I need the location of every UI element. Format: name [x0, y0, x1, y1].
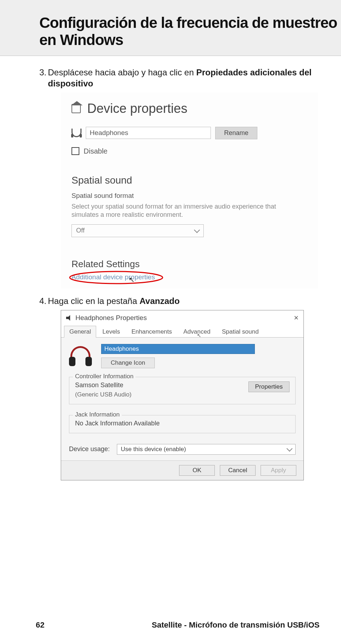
dialog-tabs: General Levels Enhancements Advanced ↖ S… [61, 325, 303, 338]
spatial-sound-select[interactable]: Off [71, 224, 204, 237]
device-properties-title: Device properties [87, 101, 187, 116]
home-icon[interactable] [71, 104, 81, 113]
page-title: Configuración de la frecuencia de muestr… [39, 14, 341, 49]
step-4: 4.Haga clic en la pestaña Avanzado [36, 295, 323, 306]
spatial-sound-subheading: Spatial sound format [71, 192, 307, 200]
device-usage-select[interactable]: Use this device (enable) [117, 444, 296, 455]
controller-information-group: Controller Information Samson Satellite … [69, 377, 296, 404]
spatial-sound-description: Select your spatial sound format for an … [71, 203, 300, 219]
close-button[interactable]: × [294, 313, 298, 323]
dialog-titlebar: Headphones Properties × [61, 310, 303, 325]
step-4-number: 4. [36, 295, 46, 306]
controller-name: Samson Satellite [75, 381, 132, 389]
related-settings-heading: Related Settings [71, 259, 307, 270]
cancel-button[interactable]: Cancel [220, 465, 256, 476]
device-usage-label: Device usage: [69, 445, 110, 453]
tab-enhancements[interactable]: Enhancements [126, 326, 177, 338]
tab-levels[interactable]: Levels [97, 326, 125, 338]
controller-properties-button[interactable]: Properties [248, 381, 290, 392]
page-header: Configuración de la frecuencia de muestr… [0, 0, 341, 56]
ok-button[interactable]: OK [179, 465, 215, 476]
footer-text: Satellite - Micrófono de transmisión USB… [152, 620, 320, 630]
change-icon-button[interactable]: Change Icon [101, 358, 155, 368]
additional-device-properties-link-wrap: Additional device properties ↖ [71, 273, 155, 281]
jack-information-legend: Jack Information [73, 411, 122, 418]
page-content: 3.Desplácese hacia abajo y haga clic en … [0, 56, 341, 480]
rename-button[interactable]: Rename [215, 127, 257, 139]
disable-label: Disable [84, 147, 108, 155]
dialog-title: Headphones Properties [75, 314, 147, 322]
dialog-button-row: OK Cancel Apply [61, 460, 303, 480]
step-3-text: 3.Desplácese hacia abajo y haga clic en … [36, 67, 323, 89]
device-name-input[interactable] [86, 127, 211, 139]
dialog-panel: Headphones Change Icon Controller Inform… [61, 338, 303, 460]
tab-general[interactable]: General [64, 326, 96, 338]
jack-information-text: No Jack Information Available [75, 420, 290, 427]
svg-point-0 [70, 271, 163, 284]
controller-information-legend: Controller Information [73, 373, 135, 380]
speaker-icon [66, 315, 72, 321]
tab-spatial-sound[interactable]: Spatial sound [217, 326, 264, 338]
headphones-icon [71, 129, 81, 137]
screenshot-headphones-properties: Headphones Properties × General Levels E… [61, 310, 304, 480]
highlight-oval [68, 270, 164, 285]
device-name-field[interactable]: Headphones [101, 344, 255, 354]
step-3-number: 3. [36, 67, 46, 78]
spatial-sound-heading: Spatial sound [71, 175, 307, 186]
tab-advanced[interactable]: Advanced ↖ [178, 326, 216, 338]
cursor-icon: ↖ [197, 333, 201, 338]
screenshot-device-properties: Device properties Rename Disable Spatial… [61, 93, 318, 288]
step-4-text: 4.Haga clic en la pestaña Avanzado [36, 295, 323, 306]
spatial-sound-value: Off [76, 227, 85, 234]
chevron-down-icon [287, 445, 293, 451]
page-footer: 62 Satellite - Micrófono de transmisión … [0, 620, 341, 630]
disable-checkbox[interactable] [71, 147, 79, 155]
headphones-large-icon [69, 344, 92, 367]
jack-information-group: Jack Information No Jack Information Ava… [69, 415, 296, 433]
controller-sub: (Generic USB Audio) [75, 391, 132, 398]
apply-button[interactable]: Apply [261, 465, 296, 476]
page-number: 62 [36, 620, 44, 630]
chevron-down-icon [194, 227, 200, 233]
step-3: 3.Desplácese hacia abajo y haga clic en … [36, 67, 323, 89]
